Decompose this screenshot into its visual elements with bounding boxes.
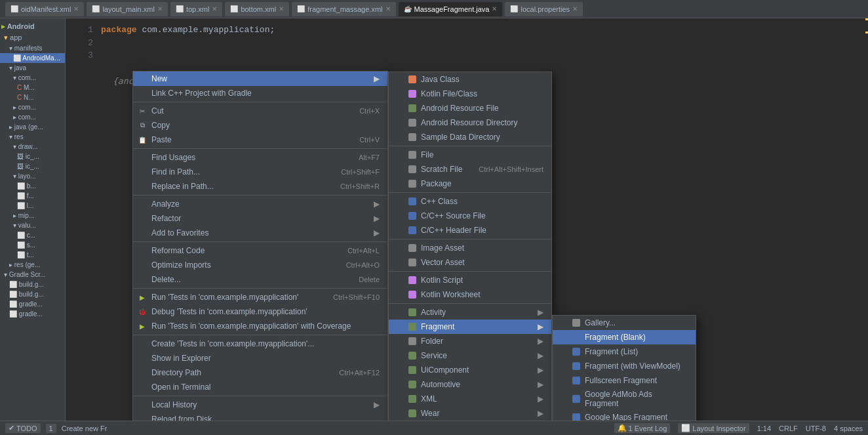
submenu2-sample-data[interactable]: Sample Data Directory [389,130,551,144]
tree-com1[interactable]: ▾ com... [0,73,65,83]
submenu2-activity[interactable]: Activity ▶ [389,305,551,320]
tree-com3[interactable]: ▸ com... [0,112,65,122]
submenu3-gallery[interactable]: Gallery... [553,316,696,330]
tab-layout-main[interactable]: ⬜ layout_main.xml ✕ [87,2,167,16]
tree-manifests[interactable]: ▾ manifests [0,43,65,53]
tree-build2[interactable]: ⬜ build.g... [0,289,65,299]
menu-item-run-tests[interactable]: ▶ Run 'Tests in 'com.example.myapplicati… [133,290,387,304]
submenu2-android-resource-dir[interactable]: Android Resource Directory [389,115,551,130]
tree-gradle-scripts[interactable]: ▾ Gradle Scr... [0,270,65,280]
menu-item-reformat[interactable]: Reformat Code Ctrl+Alt+L [133,243,387,258]
tree-draw[interactable]: ▾ draw... [0,142,65,152]
close-icon[interactable]: ✕ [73,5,79,12]
menu-item-local-history[interactable]: Local History ▶ [133,398,387,412]
submenu2-scratch[interactable]: Scratch File Ctrl+Alt+Shift+Insert [389,162,551,176]
submenu2-fragment[interactable]: Fragment ▶ [389,320,551,334]
submenu2-wear[interactable]: Wear ▶ [389,406,551,421]
menu-item-add-favorites[interactable]: Add to Favorites ▶ [133,226,387,240]
menu-item-optimize-imports[interactable]: Optimize Imports Ctrl+Alt+O [133,258,387,272]
submenu2-cpp-class[interactable]: C++ Class [389,194,551,209]
menu-item-copy[interactable]: ⧉ Copy [133,118,387,133]
submenu3-fragment-blank[interactable]: Fragment (Blank) [553,330,696,344]
tree-res-ge[interactable]: ▸ res (ge... [0,260,65,270]
tab-top[interactable]: ⬜ top.xml ✕ [170,2,222,16]
layout-inspector-badge[interactable]: ⬜ Layout Inspector [678,423,749,433]
submenu3-fragment-list[interactable]: Fragment (List) [553,344,696,359]
menu-item-show-explorer[interactable]: Show in Explorer [133,351,387,365]
tree-massage[interactable]: C M... [0,83,65,93]
menu-item-reload[interactable]: Reload from Disk [133,412,387,421]
tree-f[interactable]: ⬜ f... [0,191,65,201]
tree-b[interactable]: ⬜ b... [0,181,65,191]
project-tree[interactable]: ▸ Android ▾ app ▾ manifests ⬜ AndroidMan… [0,18,66,421]
tree-c[interactable]: ⬜ c... [0,230,65,240]
menu-item-analyze[interactable]: Analyze ▶ [133,197,387,211]
submenu3-fullscreen[interactable]: Fullscreen Fragment [553,373,696,388]
tree-layo[interactable]: ▾ layo... [0,171,65,181]
editor-area[interactable]: 1package com.example.myapplication; 2 3 … [66,18,868,421]
menu-item-paste[interactable]: 📋 Paste Ctrl+V [133,133,387,147]
tree-res[interactable]: ▾ res [0,132,65,142]
tree-com2[interactable]: ▸ com... [0,102,65,112]
menu-item-new[interactable]: New ▶ [133,72,387,86]
tree-java[interactable]: ▾ java [0,63,65,73]
submenu2-android-resource-file[interactable]: Android Resource File [389,101,551,115]
submenu2-kotlin-class[interactable]: Kotlin File/Class [389,87,551,101]
submenu2-java-class[interactable]: Java Class [389,72,551,87]
close-icon[interactable]: ✕ [212,5,217,12]
submenu2-package[interactable]: Package [389,176,551,191]
submenu2-file[interactable]: File [389,148,551,162]
tree-l[interactable]: ⬜ l... [0,201,65,211]
tab-local-properties[interactable]: ⬜ local.properties ✕ [505,2,583,16]
submenu2-c-header[interactable]: C/C++ Header File [389,223,551,238]
menu-item-cut[interactable]: ✂ Cut Ctrl+X [133,104,387,118]
close-icon[interactable]: ✕ [157,5,163,12]
tree-mip[interactable]: ▸ mip... [0,211,65,220]
menu-item-open-terminal[interactable]: Open in Terminal [133,380,387,394]
tree-build1[interactable]: ⬜ build.g... [0,280,65,289]
tree-gradle2[interactable]: ⬜ gradle... [0,309,65,319]
tree-n[interactable]: C N... [0,93,65,102]
tab-bottom[interactable]: ⬜ bottom.xml ✕ [225,2,289,16]
menu-item-debug-tests[interactable]: 🐞 Debug 'Tests in 'com.example.myapplica… [133,304,387,319]
submenu2-uicomponent[interactable]: UiComponent ▶ [389,363,551,377]
tree-androidmanifest[interactable]: ⬜ AndroidManifest.xml [0,53,65,63]
todo-badge[interactable]: ✔ TODO [5,423,41,433]
tab-oidmanifest[interactable]: ⬜ oidManifest.xml ✕ [5,2,84,16]
tree-t[interactable]: ⬜ t... [0,250,65,260]
submenu3-maps[interactable]: Google Maps Fragment [553,410,696,421]
tab-fragment-massage[interactable]: ⬜ fragment_massage.xml ✕ [292,2,395,16]
menu-item-find-in-path[interactable]: Find in Path... Ctrl+Shift+F [133,165,387,179]
menu-item-find-usages[interactable]: Find Usages Alt+F7 [133,150,387,165]
tree-java-ge[interactable]: ▸ java (ge... [0,122,65,132]
tree-gradle1[interactable]: ⬜ gradle... [0,299,65,309]
close-icon[interactable]: ✕ [279,5,284,12]
tree-ic1[interactable]: 🖼 ic_... [0,152,65,161]
menu-item-create-tests[interactable]: Create 'Tests in 'com.example.myapplicat… [133,337,387,351]
submenu2-c-source[interactable]: C/C++ Source File [389,209,551,223]
menu-item-replace-in-path[interactable]: Replace in Path... Ctrl+Shift+R [133,179,387,194]
event-log-badge[interactable]: 🔔 1 Event Log [614,423,671,433]
menu-item-refactor[interactable]: Refactor ▶ [133,211,387,226]
submenu2-automotive[interactable]: Automotive ▶ [389,377,551,392]
submenu3-admob[interactable]: Google AdMob Ads Fragment [553,388,696,410]
submenu2-image-asset[interactable]: Image Asset [389,241,551,255]
tab-massage-fragment[interactable]: ☕ MassageFragment.java ✕ [399,2,503,16]
submenu2-service[interactable]: Service ▶ [389,348,551,363]
menu-item-link-cpp[interactable]: Link C++ Project with Gradle [133,86,387,100]
submenu2-folder[interactable]: Folder ▶ [389,334,551,348]
submenu3-fragment-viewmodel[interactable]: Fragment (with ViewModel) [553,359,696,373]
submenu2-xml[interactable]: XML ▶ [389,392,551,406]
submenu2-kotlin-worksheet[interactable]: Kotlin Worksheet [389,287,551,302]
tree-valu[interactable]: ▾ valu... [0,220,65,230]
status-number[interactable]: 1 [46,424,56,433]
menu-item-directory-path[interactable]: Directory Path Ctrl+Alt+F12 [133,365,387,380]
menu-item-run-coverage[interactable]: ▶ Run 'Tests in 'com.example.myapplicati… [133,319,387,333]
close-icon[interactable]: ✕ [492,5,497,12]
tree-app[interactable]: ▾ app [0,32,65,43]
tree-ic2[interactable]: 🖼 ic_... [0,161,65,171]
tree-android[interactable]: ▸ Android [0,21,65,32]
submenu2-vector-asset[interactable]: Vector Asset [389,255,551,270]
menu-item-delete[interactable]: Delete... Delete [133,272,387,287]
submenu2-kotlin-script[interactable]: Kotlin Script [389,273,551,287]
